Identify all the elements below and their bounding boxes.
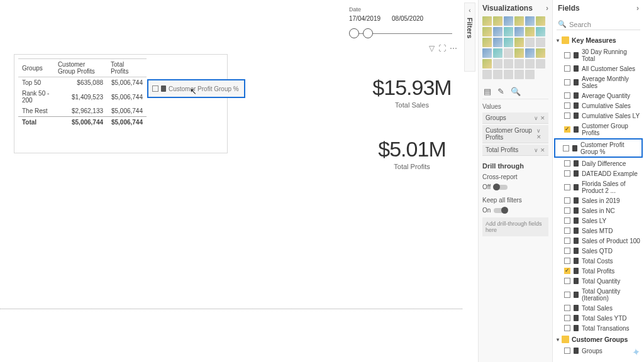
- viz-type-icon[interactable]: [525, 38, 535, 47]
- date-slicer[interactable]: Date 17/04/2019 08/05/2020: [349, 6, 456, 40]
- field-well[interactable]: Customer Group Profits∨ ✕: [482, 125, 548, 143]
- viz-type-icon[interactable]: [493, 59, 502, 69]
- viz-type-icon[interactable]: [536, 16, 545, 26]
- field-item[interactable]: Groups: [555, 346, 641, 356]
- viz-type-icon[interactable]: [504, 27, 513, 36]
- viz-type-icon[interactable]: [482, 48, 492, 58]
- slider-handle-end[interactable]: [363, 28, 373, 38]
- report-canvas[interactable]: Date 17/04/2019 08/05/2020 $15.93M Total…: [0, 0, 462, 362]
- checkbox-icon[interactable]: [564, 228, 570, 234]
- viz-type-icon[interactable]: [482, 70, 492, 79]
- chevron-right-icon[interactable]: ›: [546, 4, 548, 13]
- checkbox-icon[interactable]: [564, 315, 570, 321]
- checkbox-icon[interactable]: [564, 278, 570, 284]
- table-row[interactable]: Top 50$635,088$5,006,744: [18, 77, 147, 89]
- viz-type-icon[interactable]: [504, 38, 513, 47]
- checkbox-icon[interactable]: [564, 207, 570, 214]
- filters-pane-collapsed[interactable]: ‹ Filters: [464, 3, 475, 72]
- more-icon[interactable]: ⋯: [450, 44, 457, 53]
- checkbox-icon[interactable]: [564, 79, 570, 85]
- field-item[interactable]: Total Quantity: [555, 276, 641, 286]
- checkbox-icon[interactable]: [564, 126, 570, 133]
- field-well[interactable]: Total Profits∨ ✕: [482, 145, 548, 156]
- field-item[interactable]: Total Costs: [555, 256, 641, 266]
- viz-type-icon[interactable]: [514, 38, 524, 47]
- filter-icon[interactable]: ▽: [429, 44, 435, 53]
- viz-type-icon[interactable]: [493, 27, 502, 36]
- checkbox-icon[interactable]: [564, 238, 570, 244]
- date-end[interactable]: 08/05/2020: [392, 15, 423, 22]
- viz-type-icon[interactable]: [504, 70, 513, 79]
- search-input[interactable]: 🔍 Search: [557, 19, 640, 30]
- table-key-measures[interactable]: ▾ Key Measures: [555, 34, 641, 47]
- table-row[interactable]: Rank 50 - 200$1,409,523$5,006,744: [18, 88, 147, 106]
- viz-gallery[interactable]: [482, 16, 548, 79]
- slider-track[interactable]: [349, 27, 456, 40]
- table-customer-groups[interactable]: ▾ Customer Groups: [555, 333, 641, 346]
- format-tab-icon[interactable]: ✎: [497, 87, 504, 96]
- viz-type-icon[interactable]: [493, 70, 502, 79]
- cross-report-toggle[interactable]: Off: [482, 184, 508, 190]
- viz-type-icon[interactable]: [493, 48, 502, 58]
- checkbox-icon[interactable]: [564, 52, 570, 58]
- viz-type-icon[interactable]: [536, 59, 545, 69]
- field-item[interactable]: Average Quantity: [555, 90, 641, 101]
- chevron-right-icon[interactable]: ›: [636, 4, 639, 13]
- date-start[interactable]: 17/04/2019: [349, 15, 380, 22]
- field-item[interactable]: Customer Profit Group %: [554, 138, 643, 158]
- checkbox-icon[interactable]: [564, 112, 570, 119]
- viz-type-icon[interactable]: [504, 48, 513, 58]
- viz-type-icon[interactable]: [482, 27, 492, 36]
- field-item[interactable]: Sales QTD: [555, 246, 641, 256]
- kpi-total-profits[interactable]: $5.01M Total Profits: [349, 137, 475, 170]
- field-item[interactable]: Florida Sales of Product 2 ...: [555, 178, 641, 195]
- field-item[interactable]: DATEADD Example: [555, 168, 641, 178]
- viz-type-icon[interactable]: [514, 70, 524, 79]
- field-item[interactable]: Total Sales: [555, 303, 641, 313]
- kpi-total-sales[interactable]: $15.93M Total Sales: [349, 75, 475, 109]
- col-groups[interactable]: Groups: [18, 59, 54, 77]
- checkbox-icon[interactable]: [564, 348, 570, 354]
- viz-type-icon[interactable]: [514, 16, 524, 26]
- viz-type-icon[interactable]: [514, 27, 524, 36]
- viz-type-icon[interactable]: [514, 59, 524, 69]
- viz-type-icon[interactable]: [525, 70, 535, 79]
- checkbox-icon[interactable]: [564, 258, 570, 264]
- fields-tab-icon[interactable]: ▤: [484, 87, 491, 96]
- drill-fields-well[interactable]: Add drill-through fields here: [482, 217, 548, 236]
- viz-type-icon[interactable]: [504, 59, 513, 69]
- slider-handle-start[interactable]: [349, 28, 359, 38]
- checkbox-icon[interactable]: [564, 92, 570, 99]
- field-item[interactable]: Total Transations: [555, 323, 641, 333]
- field-item[interactable]: Total Quantity (Iteration): [555, 286, 641, 303]
- viz-type-icon[interactable]: [536, 48, 545, 58]
- viz-type-icon[interactable]: [493, 16, 502, 26]
- field-item[interactable]: Customer Group Profits: [555, 121, 641, 138]
- viz-type-icon[interactable]: [482, 59, 492, 69]
- checkbox-icon[interactable]: [564, 217, 570, 224]
- viz-type-icon[interactable]: [514, 48, 524, 58]
- checkbox-icon[interactable]: [564, 184, 570, 190]
- viz-type-icon[interactable]: [482, 38, 492, 47]
- field-item[interactable]: All Customer Sales: [555, 63, 641, 74]
- field-item[interactable]: Total Profits: [555, 266, 641, 276]
- checkbox-icon[interactable]: [564, 102, 570, 109]
- checkbox-icon[interactable]: [564, 248, 570, 254]
- viz-type-icon[interactable]: [525, 16, 535, 26]
- table-visual[interactable]: Groups Customer Group Profits Total Prof…: [14, 54, 228, 153]
- viz-type-icon[interactable]: [482, 16, 492, 26]
- keep-filters-toggle[interactable]: On: [482, 207, 508, 214]
- field-item[interactable]: Sales MTD: [555, 226, 641, 236]
- field-item[interactable]: Cumulative Sales LY: [555, 111, 641, 121]
- field-item[interactable]: Average Monthly Sales: [555, 74, 641, 90]
- table-row[interactable]: The Rest$2,962,133$5,006,744: [18, 106, 147, 117]
- field-item[interactable]: Cumulative Sales: [555, 101, 641, 111]
- col-cgp[interactable]: Customer Group Profits: [54, 59, 107, 77]
- viz-type-icon[interactable]: [536, 27, 545, 36]
- checkbox-icon[interactable]: [564, 197, 570, 204]
- checkbox-icon[interactable]: [564, 170, 570, 177]
- focus-icon[interactable]: ⛶: [438, 44, 446, 53]
- viz-type-icon[interactable]: [525, 48, 535, 58]
- checkbox-icon[interactable]: [564, 305, 570, 311]
- viz-type-icon[interactable]: [525, 27, 535, 36]
